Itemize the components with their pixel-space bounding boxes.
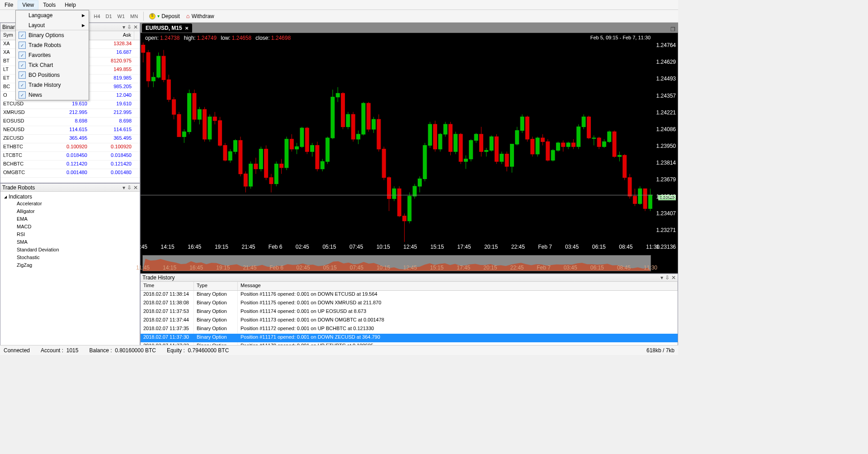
mini-xaxis-label: 12:45 — [403, 265, 417, 271]
indicator-item[interactable]: Stochastic — [4, 254, 136, 261]
market-row[interactable]: ETCUSD19.61019.610 — [0, 100, 140, 109]
ask-cell: 114.615 — [90, 126, 134, 134]
svg-rect-99 — [392, 189, 396, 199]
yaxis-label: 1.24764 — [656, 42, 676, 48]
history-row[interactable]: 2018.02.07 11:37:35Binary OptionPosition… — [141, 325, 678, 334]
menu-tools[interactable]: Tools — [38, 0, 60, 9]
symbol-cell: ZECUSD — [0, 135, 41, 143]
mini-chart[interactable]: 11:4514:1516:4519:1521:45Feb 602:4505:15… — [142, 255, 651, 271]
menu-help[interactable]: Help — [60, 0, 80, 9]
svg-rect-55 — [280, 164, 283, 168]
view-menu-item[interactable]: ✓Tick Chart — [16, 60, 89, 70]
col-message[interactable]: Message — [238, 282, 678, 290]
dropdown-icon[interactable]: ▾ — [660, 274, 663, 281]
mini-xaxis-label: 06:15 — [590, 265, 604, 271]
indicator-item[interactable]: MACD — [4, 223, 136, 231]
history-row[interactable]: 2018.02.07 11:37:53Binary OptionPosition… — [141, 308, 678, 317]
indicator-item[interactable]: ZigZag — [4, 261, 136, 269]
indicator-item[interactable]: RSI — [4, 231, 136, 238]
restore-icon[interactable]: ❐ — [670, 26, 675, 33]
mini-xaxis-label: 05:15 — [323, 265, 337, 271]
indicator-item[interactable]: Standard Deviation — [4, 246, 136, 254]
timeframe-h4[interactable]: H4 — [91, 13, 103, 20]
svg-rect-111 — [423, 145, 427, 179]
market-row[interactable]: LTCBTC0.0184500.018450 — [0, 152, 140, 161]
view-menu-item[interactable]: Language▶ — [16, 10, 89, 20]
close-icon[interactable]: ✕ — [133, 184, 138, 191]
view-menu-item[interactable]: ✓Trade History — [16, 80, 89, 90]
market-row[interactable]: ZECUSD365.495365.495 — [0, 135, 140, 143]
svg-rect-175 — [587, 117, 590, 138]
xaxis-label: 20:15 — [484, 244, 498, 250]
symbol-cell: ETCUSD — [0, 100, 41, 109]
svg-rect-173 — [582, 117, 585, 127]
col-time[interactable]: Time — [141, 282, 194, 290]
market-row[interactable]: OMGBTC0.0014800.001480 — [0, 169, 140, 178]
svg-rect-3 — [146, 52, 150, 81]
bid-cell: 365.495 — [41, 135, 90, 143]
view-menu-item[interactable]: ✓Favorites — [16, 50, 89, 60]
svg-rect-113 — [428, 124, 432, 146]
indicator-item[interactable]: EMA — [4, 215, 136, 223]
svg-rect-9 — [162, 56, 165, 80]
market-row[interactable]: EOSUSD8.6988.698 — [0, 118, 140, 126]
tree-group-indicators[interactable]: ◢ Indicators — [4, 194, 136, 200]
history-time: 2018.02.07 11:37:44 — [141, 317, 194, 325]
indicator-item[interactable]: Accelerator — [4, 200, 136, 208]
ask-cell: 0.121420 — [90, 161, 134, 169]
svg-rect-17 — [182, 132, 186, 137]
ask-cell: 819.985 — [90, 75, 134, 83]
pin-icon[interactable]: ⇩ — [665, 274, 670, 281]
view-menu-item[interactable]: ✓Trade Robots — [16, 40, 89, 50]
dropdown-icon[interactable]: ▾ — [123, 24, 125, 30]
pin-icon[interactable]: ⇩ — [127, 184, 132, 191]
xaxis-label: 03:45 — [565, 244, 579, 250]
indicator-item[interactable]: SMA — [4, 238, 136, 246]
history-type: Binary Option — [194, 325, 238, 334]
col-type[interactable]: Type — [194, 282, 238, 290]
symbol-cell: EOSUSD — [0, 118, 41, 126]
pin-icon[interactable]: ⇩ — [127, 24, 132, 30]
close-icon[interactable]: ✕ — [671, 274, 676, 281]
market-row[interactable]: XMRUSD212.995212.995 — [0, 109, 140, 118]
market-row[interactable]: BCHBTC0.1214200.121420 — [0, 161, 140, 169]
withdraw-button[interactable]: ⌂ Withdraw — [184, 12, 217, 20]
svg-rect-69 — [316, 145, 319, 169]
ask-cell: 8.698 — [90, 118, 134, 126]
view-menu-item[interactable]: ✓BO Positions — [16, 70, 89, 80]
indicator-item[interactable]: Alligator — [4, 208, 136, 215]
dropdown-icon[interactable]: ▾ — [123, 184, 125, 191]
history-row[interactable]: 2018.02.07 11:37:30Binary OptionPosition… — [141, 334, 678, 342]
timeframe-w1[interactable]: W1 — [115, 13, 128, 20]
toolbar: ◧ M1M5M15M30H1H4D1W1MN ▾ Deposit ⌂ Withd… — [0, 10, 678, 23]
svg-rect-129 — [469, 141, 473, 159]
mini-xaxis-label: 14:15 — [163, 265, 176, 271]
market-row[interactable]: NEOUSD114.615114.615 — [0, 126, 140, 135]
col-ask[interactable]: Ask — [90, 31, 134, 40]
menu-file[interactable]: File — [0, 0, 18, 9]
mini-xaxis-label: 03:45 — [564, 265, 577, 271]
svg-rect-71 — [321, 161, 324, 169]
svg-rect-149 — [520, 117, 524, 130]
timeframe-mn[interactable]: MN — [127, 13, 141, 20]
chart-container[interactable]: open: 1.24738 high: 1.24749 low: 1.24658… — [140, 33, 678, 274]
menu-view[interactable]: View — [18, 0, 38, 9]
timeframe-d1[interactable]: D1 — [103, 13, 115, 20]
chevron-right-icon: ▶ — [82, 13, 85, 18]
close-icon[interactable]: ✕ — [133, 24, 138, 30]
market-row[interactable]: ETHBTC0.1009200.100920 — [0, 143, 140, 152]
chart-tab-eurusd[interactable]: EURUSD, M15 ✕ — [142, 24, 192, 33]
history-message: Position #11172 opened: 0.001 on UP BCHB… — [238, 325, 678, 334]
history-row[interactable]: 2018.02.07 11:37:44Binary OptionPosition… — [141, 317, 678, 325]
history-row[interactable]: 2018.02.07 11:38:14Binary OptionPosition… — [141, 291, 678, 299]
check-icon: ✓ — [19, 42, 26, 49]
svg-rect-35 — [228, 151, 232, 160]
close-icon[interactable]: ✕ — [185, 26, 189, 31]
view-menu-item[interactable]: Layout▶ — [16, 20, 89, 30]
view-menu-item[interactable]: ✓News — [16, 90, 89, 100]
deposit-button[interactable]: ▾ Deposit — [146, 12, 183, 20]
view-menu-item[interactable]: ✓Binary Options — [16, 30, 89, 40]
history-row[interactable]: 2018.02.07 11:38:08Binary OptionPosition… — [141, 299, 678, 308]
svg-rect-139 — [495, 137, 498, 161]
yaxis-label: 1.23543 — [656, 194, 676, 200]
